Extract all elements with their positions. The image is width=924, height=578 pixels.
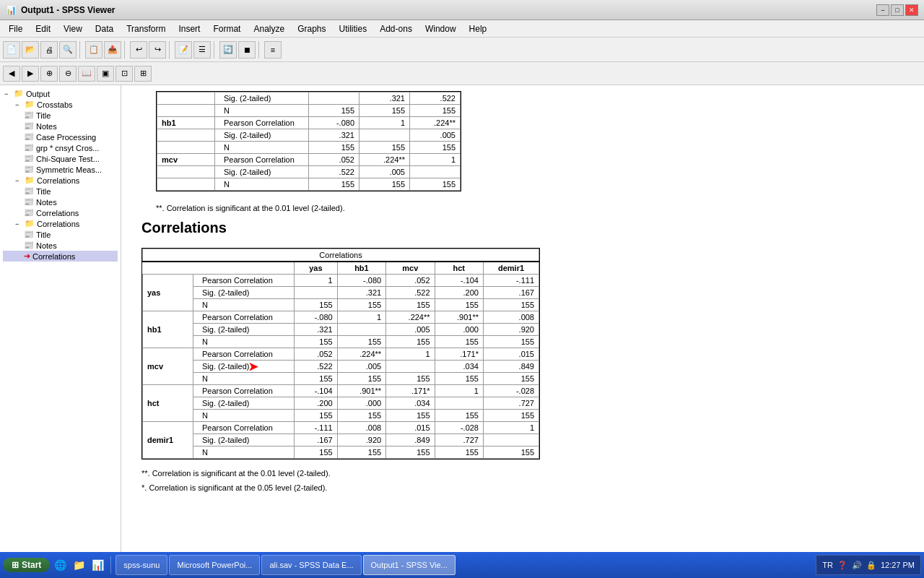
maximize-button[interactable]: □	[891, 4, 904, 16]
collapse-btn[interactable]: ⊕	[40, 66, 58, 82]
cell-val: .052	[309, 154, 359, 166]
cell-val: 155	[309, 142, 359, 154]
sidebar-item-case-processing[interactable]: 📰 Case Processing	[3, 131, 118, 142]
ql-spss[interactable]: 📊	[89, 556, 106, 574]
window-title: 📊 Output1 - SPSS Viewer	[6, 5, 115, 15]
cell-val	[309, 92, 359, 105]
sidebar-item-grp-cross[interactable]: 📰 grp * cnsyt Cros...	[3, 142, 118, 153]
sidebar-item-notes2[interactable]: 📰 Notes	[3, 197, 118, 207]
doc-icon-notes1: 📰	[24, 121, 34, 131]
doc-icon-notes2: 📰	[24, 197, 34, 207]
cell-val: 1	[410, 154, 461, 166]
menu-data[interactable]: Data	[90, 22, 119, 35]
menu-graphs[interactable]: Graphs	[292, 22, 331, 35]
export-btn[interactable]: 📤	[104, 41, 121, 59]
sidebar-item-correlations2[interactable]: − 📁 Correlations	[3, 218, 118, 229]
cell-val: .167	[295, 434, 338, 447]
redo-btn[interactable]: ↪	[149, 41, 166, 59]
undo-btn[interactable]: ↩	[130, 41, 147, 59]
print-btn[interactable]: 🖨	[40, 41, 58, 59]
menu-help[interactable]: Help	[463, 22, 493, 35]
footnote-05: *. Correlation is significant at the 0.0…	[141, 482, 918, 493]
taskbar: ⊞ Start 🌐 📁 📊 spss-sunu Microsoft PowerP…	[0, 552, 924, 578]
outline-btn[interactable]: ☰	[193, 41, 211, 59]
sidebar-label-grp: grp * cnsyt Cros...	[36, 144, 99, 152]
nav-btn2[interactable]: ⊡	[116, 66, 133, 82]
sidebar-item-corr1-doc[interactable]: 📰 Correlations	[3, 207, 118, 218]
menu-view[interactable]: View	[58, 22, 88, 35]
sep1	[79, 41, 82, 59]
cell	[157, 105, 215, 117]
sidebar-item-notes3[interactable]: 📰 Notes	[3, 240, 118, 251]
start-button[interactable]: ⊞ Start	[3, 558, 50, 572]
sidebar-item-output[interactable]: − 📁 Output	[3, 88, 118, 99]
cell-val: .005	[359, 166, 410, 178]
doc-icon-title1: 📰	[24, 111, 34, 120]
table-row: hb1 Pearson Correlation -.080 1 .224** .…	[143, 311, 539, 324]
taskbar-spss-sunu[interactable]: spss-sunu	[116, 555, 167, 575]
extra-btn[interactable]: ≡	[264, 41, 282, 59]
menu-transform[interactable]: Transform	[121, 22, 171, 35]
panel-btn[interactable]: ▣	[97, 66, 114, 82]
sidebar-item-correlations1[interactable]: − 📁 Correlations	[3, 175, 118, 186]
menu-window[interactable]: Window	[419, 22, 462, 35]
back-btn[interactable]: ◀	[3, 66, 20, 82]
menu-edit[interactable]: Edit	[30, 22, 56, 35]
refresh-btn[interactable]: 🔄	[219, 41, 237, 59]
sidebar-item-notes1[interactable]: 📰 Notes	[3, 121, 118, 131]
stop-btn[interactable]: ⏹	[238, 41, 256, 59]
close-button[interactable]: ✕	[905, 4, 918, 16]
copy-btn[interactable]: 📋	[85, 41, 103, 59]
sidebar-item-title2[interactable]: 📰 Title	[3, 186, 118, 197]
book-btn[interactable]: 📖	[78, 66, 95, 82]
table-row: Sig. (2-tailed) .522 .005	[157, 166, 461, 178]
forward-btn[interactable]: ▶	[22, 66, 39, 82]
new-btn[interactable]: 📄	[3, 41, 20, 59]
sidebar-item-corr2-doc[interactable]: ➔ Correlations	[3, 251, 118, 262]
cell-val	[337, 324, 385, 336]
menu-format[interactable]: Format	[207, 22, 246, 35]
sidebar-label-crosstabs1: Crosstabs	[37, 100, 73, 109]
var-mcv: mcv	[143, 348, 193, 385]
menu-insert[interactable]: Insert	[173, 22, 206, 35]
cell-pearson: Pearson Correlation	[193, 311, 295, 324]
minimize-button[interactable]: −	[876, 4, 889, 16]
designmode-btn[interactable]: 📝	[175, 41, 192, 59]
content-area[interactable]: ➤ Sig. (2-tailed) .321 .522 N 155	[121, 85, 924, 561]
col-header-demir1: demir1	[483, 262, 539, 275]
sidebar-item-chi-square[interactable]: 📰 Chi-Square Test...	[3, 153, 118, 164]
cell-label: Sig. (2-tailed)	[215, 92, 309, 105]
taskbar-ali-sav[interactable]: ali.sav - SPSS Data E...	[261, 555, 361, 575]
cell-sig: Sig. (2-tailed)	[193, 361, 295, 373]
sidebar-label-case: Case Processing	[36, 133, 96, 142]
cell-val: .034	[386, 397, 435, 410]
taskbar-output1[interactable]: Output1 - SPSS Vie...	[363, 555, 456, 575]
cell-val: 155	[295, 410, 338, 422]
cell	[157, 178, 215, 191]
toggle-corr1: −	[15, 177, 22, 184]
nav-btn3[interactable]: ⊞	[134, 66, 152, 82]
section-title: Correlations	[141, 220, 918, 236]
table-row: mcv Pearson Correlation .052 .224** 1 .1…	[143, 348, 539, 361]
menu-file[interactable]: File	[3, 22, 28, 35]
table-row: N 155 155 155	[157, 178, 461, 191]
open-btn[interactable]: 📂	[22, 41, 39, 59]
expand-btn[interactable]: ⊖	[59, 66, 77, 82]
ql-explorer[interactable]: 📁	[70, 556, 87, 574]
menu-utilities[interactable]: Utilities	[334, 22, 373, 35]
sidebar-item-title1[interactable]: 📰 Title	[3, 110, 118, 121]
cell-val: 1	[483, 422, 539, 434]
find-btn[interactable]: 🔍	[59, 41, 77, 59]
menu-analyze[interactable]: Analyze	[248, 22, 290, 35]
menu-addons[interactable]: Add-ons	[374, 22, 418, 35]
table-row: demir1 Pearson Correlation -.111 .008 .0…	[143, 422, 539, 434]
taskbar-powerpoint[interactable]: Microsoft PowerPoi...	[169, 555, 260, 575]
cell-val: 155	[359, 178, 410, 191]
cell-val: 1	[386, 348, 435, 361]
sidebar-item-crosstabs1[interactable]: − 📁 Crosstabs	[3, 99, 118, 110]
ql-ie[interactable]: 🌐	[51, 556, 69, 574]
cell-val	[295, 287, 338, 299]
sidebar-item-symmetric-meas[interactable]: 📰 Symmetric Meas...	[3, 164, 118, 175]
folder-icon-corr1: 📁	[25, 176, 35, 185]
sidebar-item-title3[interactable]: 📰 Title	[3, 229, 118, 240]
